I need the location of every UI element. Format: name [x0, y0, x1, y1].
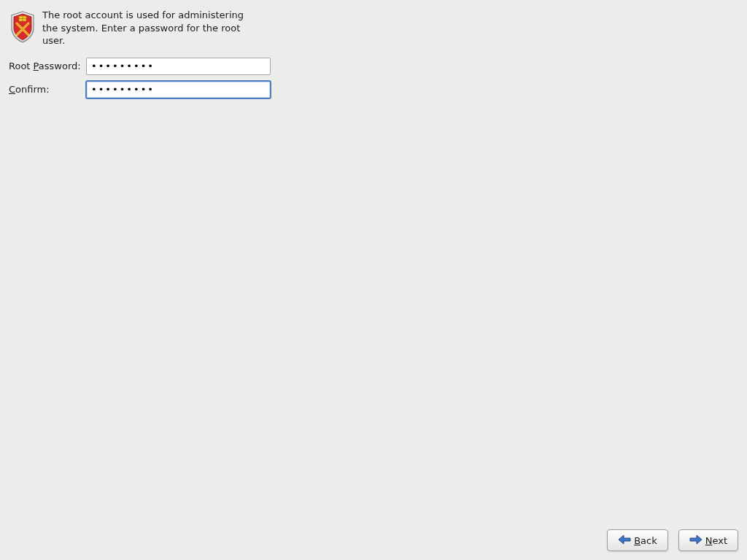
footer: Back Next: [607, 529, 738, 551]
shield-icon: [9, 10, 36, 46]
label-accel: C: [9, 84, 15, 95]
confirm-row: Confirm:: [9, 81, 738, 98]
root-password-input[interactable]: [86, 58, 271, 75]
root-password-row: Root Password:: [9, 58, 738, 75]
arrow-right-icon: [689, 534, 703, 547]
label-text: assword:: [39, 61, 81, 71]
label-text: onfirm:: [15, 84, 50, 95]
back-button[interactable]: Back: [607, 529, 668, 551]
button-label: Back: [634, 535, 657, 546]
arrow-left-icon: [618, 534, 631, 547]
button-label: Next: [705, 535, 727, 546]
installer-page: The root account is used for administeri…: [0, 0, 747, 560]
root-password-label: Root Password:: [9, 61, 86, 71]
label-text: Root: [9, 61, 34, 71]
intro-row: The root account is used for administeri…: [9, 9, 738, 47]
intro-text: The root account is used for administeri…: [42, 9, 261, 47]
next-button[interactable]: Next: [678, 529, 738, 551]
confirm-input[interactable]: [86, 81, 271, 98]
content: The root account is used for administeri…: [9, 9, 738, 104]
label-accel: P: [34, 61, 39, 71]
confirm-label: Confirm:: [9, 84, 86, 95]
